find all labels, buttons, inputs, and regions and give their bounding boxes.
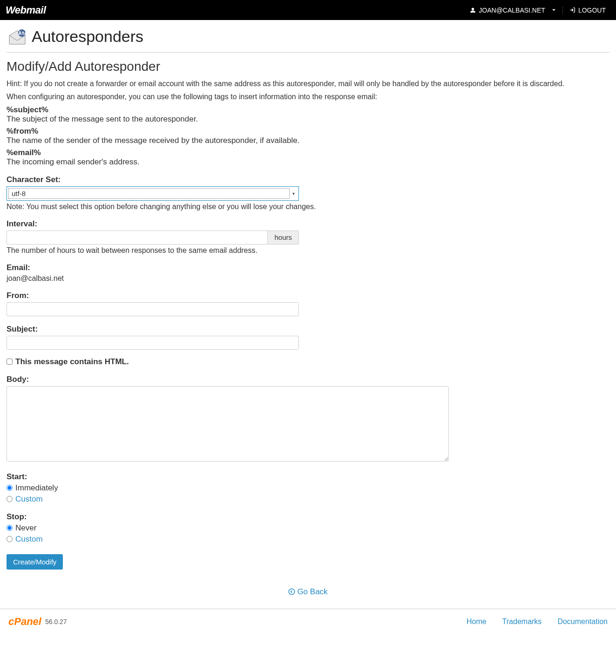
from-input[interactable] bbox=[7, 302, 299, 316]
start-custom-radio[interactable] bbox=[7, 496, 13, 502]
interval-label: Interval: bbox=[7, 219, 609, 229]
go-back-label: Go Back bbox=[297, 587, 327, 597]
footer-home-link[interactable]: Home bbox=[467, 618, 487, 626]
tag-subject-desc: The subject of the message sent to the a… bbox=[7, 115, 609, 124]
subject-input[interactable] bbox=[7, 336, 299, 350]
start-immediately-radio[interactable] bbox=[7, 485, 13, 491]
email-label: Email: bbox=[7, 263, 609, 272]
svg-point-3 bbox=[289, 589, 295, 595]
stop-never-row: Never bbox=[7, 523, 609, 533]
stop-group: Stop: Never Custom bbox=[7, 512, 609, 544]
tag-from-desc: The name of the sender of the message re… bbox=[7, 136, 609, 145]
email-value: joan@calbasi.net bbox=[7, 274, 609, 283]
tag-subject-label: %subject% bbox=[7, 105, 609, 115]
interval-input[interactable] bbox=[7, 231, 268, 244]
footer-documentation-link[interactable]: Documentation bbox=[557, 618, 608, 626]
subject-label: Subject: bbox=[7, 325, 609, 334]
user-badge[interactable]: JOAN@CALBASI.NET bbox=[465, 7, 561, 14]
logout-label: LOGOUT bbox=[578, 7, 606, 14]
start-custom-link[interactable]: Custom bbox=[15, 495, 43, 504]
charset-note: Note: You must select this option before… bbox=[7, 203, 609, 211]
go-back-link[interactable]: Go Back bbox=[288, 587, 327, 597]
go-back-row: Go Back bbox=[7, 587, 609, 598]
webmail-logo: Webmail bbox=[6, 4, 46, 16]
stop-custom-row: Custom bbox=[7, 535, 609, 544]
html-checkbox-row: This message contains HTML. bbox=[7, 357, 609, 367]
hint-text: Hint: If you do not create a forwarder o… bbox=[7, 79, 609, 89]
interval-unit: hours bbox=[268, 231, 299, 244]
logout-icon bbox=[569, 7, 575, 13]
start-group: Start: Immediately Custom bbox=[7, 472, 609, 504]
tags-intro: When configuring an autoresponder, you c… bbox=[7, 92, 609, 102]
interval-help: The number of hours to wait between resp… bbox=[7, 246, 609, 255]
interval-input-group: hours bbox=[7, 231, 299, 244]
charset-select[interactable]: utf-8 ▾ bbox=[7, 186, 299, 201]
body-group: Body: bbox=[7, 375, 609, 464]
user-email: JOAN@CALBASI.NET bbox=[479, 7, 545, 14]
stop-custom-link[interactable]: Custom bbox=[15, 535, 43, 544]
start-custom-row: Custom bbox=[7, 495, 609, 504]
footer-left: cPanel 56.0.27 bbox=[8, 616, 67, 628]
email-group: Email: joan@calbasi.net bbox=[7, 263, 609, 283]
body-label: Body: bbox=[7, 375, 609, 384]
version-text: 56.0.27 bbox=[45, 618, 67, 625]
tag-email-label: %email% bbox=[7, 148, 609, 157]
autoresponder-icon: A↻ bbox=[7, 28, 28, 45]
html-checkbox-label: This message contains HTML. bbox=[15, 357, 129, 367]
tag-email-desc: The incoming email sender's address. bbox=[7, 157, 609, 167]
go-back-icon bbox=[288, 588, 295, 595]
header-right: JOAN@CALBASI.NET LOGOUT bbox=[465, 7, 610, 14]
user-icon bbox=[470, 7, 476, 13]
from-group: From: bbox=[7, 291, 609, 316]
svg-text:A↻: A↻ bbox=[18, 31, 25, 36]
start-immediately-row: Immediately bbox=[7, 483, 609, 493]
user-caret-icon[interactable] bbox=[552, 8, 556, 12]
top-header: Webmail JOAN@CALBASI.NET LOGOUT bbox=[0, 0, 616, 20]
charset-group: Character Set: utf-8 ▾ Note: You must se… bbox=[7, 175, 609, 211]
interval-group: Interval: hours The number of hours to w… bbox=[7, 219, 609, 255]
section-title: Modify/Add Autoresponder bbox=[7, 59, 609, 74]
body-textarea[interactable] bbox=[7, 386, 449, 462]
subject-group: Subject: bbox=[7, 325, 609, 350]
footer-trademarks-link[interactable]: Trademarks bbox=[502, 618, 542, 626]
select-arrow-icon: ▾ bbox=[290, 191, 297, 196]
divider bbox=[7, 52, 609, 53]
stop-label: Stop: bbox=[7, 512, 609, 522]
page-title: Autoresponders bbox=[32, 27, 143, 46]
create-modify-button[interactable]: Create/Modify bbox=[7, 554, 63, 570]
from-label: From: bbox=[7, 291, 609, 300]
start-immediately-label: Immediately bbox=[15, 483, 58, 493]
footer: cPanel 56.0.27 Home Trademarks Documenta… bbox=[0, 609, 616, 634]
tag-from-label: %from% bbox=[7, 127, 609, 136]
stop-never-radio[interactable] bbox=[7, 525, 13, 531]
footer-right: Home Trademarks Documentation bbox=[467, 618, 608, 626]
page-title-row: A↻ Autoresponders bbox=[7, 27, 609, 46]
content: A↻ Autoresponders Modify/Add Autorespond… bbox=[0, 20, 616, 609]
stop-custom-radio[interactable] bbox=[7, 536, 13, 542]
charset-label: Character Set: bbox=[7, 175, 609, 184]
charset-value: utf-8 bbox=[8, 188, 290, 199]
logout-button[interactable]: LOGOUT bbox=[562, 7, 610, 14]
start-label: Start: bbox=[7, 472, 609, 482]
stop-never-label: Never bbox=[15, 523, 36, 533]
cpanel-logo: cPanel bbox=[8, 616, 41, 628]
svg-point-0 bbox=[472, 8, 474, 10]
html-checkbox[interactable] bbox=[7, 359, 13, 365]
